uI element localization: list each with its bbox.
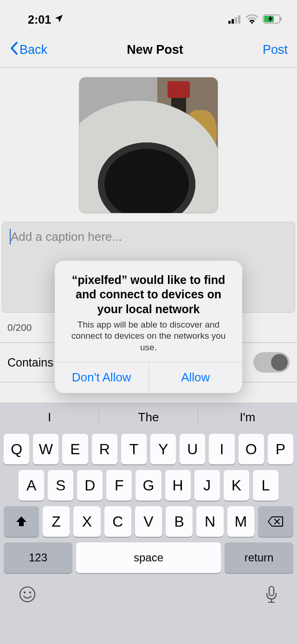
allow-button[interactable]: Allow	[149, 362, 243, 393]
permission-dialog: “pixelfed” would like to find and connec…	[55, 261, 242, 393]
dialog-title: “pixelfed” would like to find and connec…	[65, 273, 232, 316]
dialog-message: This app will be able to discover and co…	[65, 319, 232, 354]
dont-allow-button[interactable]: Don't Allow	[55, 362, 149, 393]
